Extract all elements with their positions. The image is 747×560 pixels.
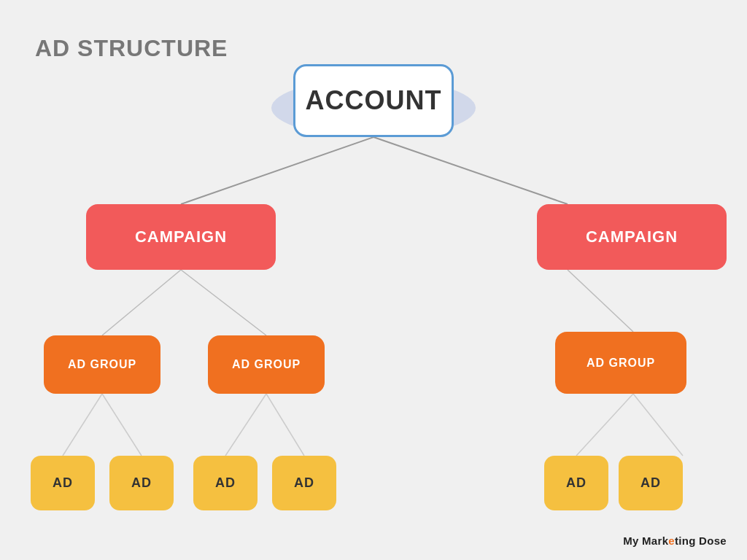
account-node: ACCOUNT bbox=[293, 64, 454, 137]
adgroup-3-node: AD GROUP bbox=[555, 332, 686, 394]
svg-line-0 bbox=[181, 137, 374, 204]
page-title: AD STRUCTURE bbox=[35, 35, 228, 62]
ad-6-node: AD bbox=[619, 456, 683, 510]
adgroup-1-node: AD GROUP bbox=[44, 335, 160, 394]
branding: My Marketing Dose bbox=[623, 534, 727, 547]
ad-3-node: AD bbox=[193, 456, 258, 510]
svg-line-6 bbox=[102, 394, 142, 456]
campaign-left-node: CAMPAIGN bbox=[86, 204, 276, 270]
svg-line-5 bbox=[63, 394, 102, 456]
adgroup-2-node: AD GROUP bbox=[208, 335, 325, 394]
ad-1-node: AD bbox=[31, 456, 95, 510]
svg-line-1 bbox=[374, 137, 568, 204]
ad-4-node: AD bbox=[272, 456, 336, 510]
svg-line-7 bbox=[225, 394, 266, 456]
campaign-right-node: CAMPAIGN bbox=[537, 204, 727, 270]
ad-5-node: AD bbox=[544, 456, 608, 510]
svg-line-9 bbox=[576, 394, 633, 456]
svg-line-8 bbox=[266, 394, 304, 456]
svg-line-10 bbox=[633, 394, 683, 456]
ad-2-node: AD bbox=[109, 456, 174, 510]
svg-line-3 bbox=[181, 270, 266, 335]
branding-highlight: e bbox=[668, 534, 675, 547]
svg-line-4 bbox=[568, 270, 633, 332]
svg-line-2 bbox=[102, 270, 181, 335]
